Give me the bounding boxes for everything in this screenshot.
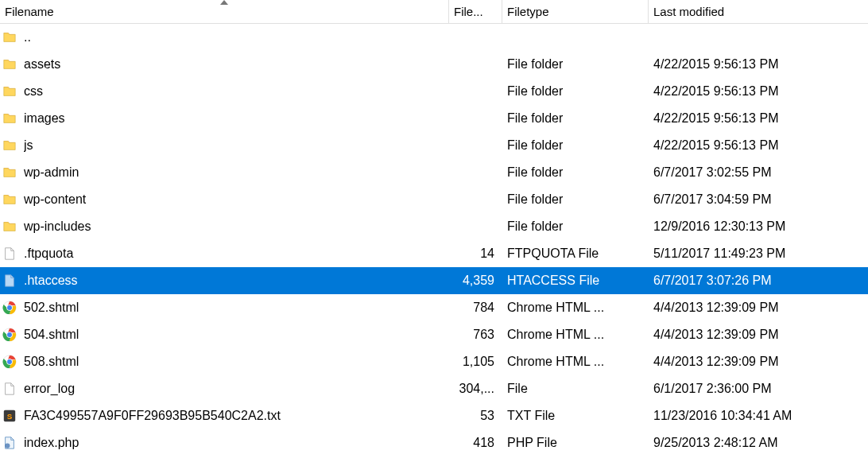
file-cell-lastmodified: 4/22/2015 9:56:13 PM: [649, 111, 868, 126]
file-row[interactable]: 508.shtml1,105Chrome HTML ...4/4/2013 12…: [0, 348, 868, 375]
file-type: File: [507, 382, 642, 396]
file-cell-lastmodified: 6/7/2017 3:04:59 PM: [649, 192, 868, 207]
file-row[interactable]: wp-includesFile folder12/9/2016 12:30:13…: [0, 213, 868, 240]
file-row[interactable]: wp-adminFile folder6/7/2017 3:02:55 PM: [0, 159, 868, 186]
file-cell-lastmodified: 4/4/2013 12:39:09 PM: [649, 328, 868, 342]
file-modified: 5/11/2017 11:49:23 PM: [653, 246, 785, 261]
file-name: 508.shtml: [24, 355, 443, 369]
file-modified: 9/25/2013 2:48:12 AM: [653, 436, 778, 450]
file-name: js: [24, 138, 443, 153]
folder-icon: [2, 138, 17, 153]
file-cell-lastmodified: 4/22/2015 9:56:13 PM: [649, 57, 868, 72]
file-cell-filetype: File folder: [502, 165, 649, 180]
chrome-icon: [2, 354, 17, 370]
file-row[interactable]: cssFile folder4/22/2015 9:56:13 PM: [0, 78, 868, 105]
file-cell-filename: wp-admin: [0, 165, 449, 180]
file-name: wp-includes: [24, 219, 443, 234]
file-cell-lastmodified: 6/1/2017 2:36:00 PM: [649, 382, 868, 396]
file-cell-filename: FA3C499557A9F0FF29693B95B540C2A2.txt: [0, 408, 449, 424]
file-cell-filename: .ftpquota: [0, 246, 449, 262]
sublime-icon: [2, 408, 17, 424]
file-cell-filetype: Chrome HTML ...: [502, 301, 649, 315]
file-size: 763: [473, 328, 494, 342]
folder-icon: [2, 29, 17, 45]
file-cell-filesize: 763: [449, 328, 502, 342]
file-type: File folder: [507, 84, 642, 99]
file-cell-filesize: 784: [449, 301, 502, 315]
file-row[interactable]: wp-contentFile folder6/7/2017 3:04:59 PM: [0, 186, 868, 213]
file-cell-filename: error_log: [0, 381, 449, 397]
file-row[interactable]: FA3C499557A9F0FF29693B95B540C2A2.txt53TX…: [0, 402, 868, 429]
file-row[interactable]: error_log304,...File6/1/2017 2:36:00 PM: [0, 375, 868, 402]
file-modified: 4/4/2013 12:39:09 PM: [653, 328, 778, 342]
file-type: Chrome HTML ...: [507, 301, 642, 315]
column-header-filesize[interactable]: File...: [449, 0, 502, 23]
file-type: File folder: [507, 111, 642, 126]
file-modified: 12/9/2016 12:30:13 PM: [653, 219, 785, 234]
file-type: Chrome HTML ...: [507, 328, 642, 342]
file-cell-filename: assets: [0, 56, 449, 72]
folder-icon: [2, 192, 17, 208]
folder-icon: [2, 165, 17, 180]
file-modified: 4/22/2015 9:56:13 PM: [653, 57, 778, 72]
file-size: 4,359: [463, 274, 494, 288]
file-cell-lastmodified: 9/25/2013 2:48:12 AM: [649, 436, 868, 450]
file-row[interactable]: imagesFile folder4/22/2015 9:56:13 PM: [0, 105, 868, 132]
file-size: 1,105: [463, 355, 494, 369]
file-cell-filesize: 53: [449, 409, 502, 423]
column-header-label: Last modified: [653, 5, 724, 18]
file-row[interactable]: 504.shtml763Chrome HTML ...4/4/2013 12:3…: [0, 321, 868, 348]
file-name: FA3C499557A9F0FF29693B95B540C2A2.txt: [24, 409, 443, 423]
file-cell-lastmodified: 6/7/2017 3:02:55 PM: [649, 165, 868, 180]
file-cell-filetype: File folder: [502, 84, 649, 99]
file-size: 418: [473, 436, 494, 450]
file-cell-filesize: 304,...: [449, 382, 502, 396]
file-row[interactable]: .htaccess4,359HTACCESS File6/7/2017 3:07…: [0, 267, 868, 294]
file-name: 502.shtml: [24, 301, 443, 315]
file-modified: 4/22/2015 9:56:13 PM: [653, 138, 778, 153]
file-type: FTPQUOTA File: [507, 246, 642, 261]
column-header-filename[interactable]: Filename: [0, 0, 449, 23]
file-cell-filename: 504.shtml: [0, 327, 449, 343]
file-name: error_log: [24, 382, 443, 396]
file-row[interactable]: assetsFile folder4/22/2015 9:56:13 PM: [0, 51, 868, 78]
file-modified: 6/1/2017 2:36:00 PM: [653, 382, 772, 396]
file-size: 784: [473, 301, 494, 315]
file-row[interactable]: jsFile folder4/22/2015 9:56:13 PM: [0, 132, 868, 159]
file-cell-filename: wp-includes: [0, 219, 449, 235]
file-cell-filename: ..: [0, 29, 449, 45]
file-cell-filename: js: [0, 138, 449, 153]
file-cell-filename: index.php: [0, 435, 449, 451]
column-header-filetype[interactable]: Filetype: [502, 0, 649, 23]
file-row[interactable]: ..: [0, 24, 868, 51]
file-row[interactable]: index.php418PHP File9/25/2013 2:48:12 AM: [0, 429, 868, 456]
file-cell-filesize: 1,105: [449, 355, 502, 369]
file-type: HTACCESS File: [507, 274, 642, 288]
file-row[interactable]: .ftpquota14FTPQUOTA File5/11/2017 11:49:…: [0, 240, 868, 267]
file-cell-filename: images: [0, 111, 449, 126]
file-cell-filetype: Chrome HTML ...: [502, 328, 649, 342]
file-cell-filename: 502.shtml: [0, 300, 449, 316]
file-name: index.php: [24, 436, 443, 450]
chrome-icon: [2, 300, 17, 316]
file-cell-lastmodified: 5/11/2017 11:49:23 PM: [649, 246, 868, 261]
file-cell-filetype: File folder: [502, 111, 649, 126]
file-icon: [2, 381, 17, 397]
file-modified: 6/7/2017 3:04:59 PM: [653, 192, 772, 207]
file-cell-filesize: 4,359: [449, 274, 502, 288]
file-cell-lastmodified: 12/9/2016 12:30:13 PM: [649, 219, 868, 234]
file-cell-filetype: FTPQUOTA File: [502, 246, 649, 261]
folder-icon: [2, 83, 17, 99]
file-cell-lastmodified: 11/23/2016 10:34:41 AM: [649, 409, 868, 423]
file-row[interactable]: 502.shtml784Chrome HTML ...4/4/2013 12:3…: [0, 294, 868, 321]
file-cell-lastmodified: 4/22/2015 9:56:13 PM: [649, 84, 868, 99]
file-cell-filetype: PHP File: [502, 436, 649, 450]
file-modified: 4/4/2013 12:39:09 PM: [653, 355, 778, 369]
file-name: .ftpquota: [24, 246, 443, 261]
file-cell-lastmodified: 4/22/2015 9:56:13 PM: [649, 138, 868, 153]
file-name: 504.shtml: [24, 328, 443, 342]
file-cell-filetype: File folder: [502, 219, 649, 234]
column-header-lastmodified[interactable]: Last modified: [649, 0, 868, 23]
file-cell-filename: 508.shtml: [0, 354, 449, 370]
file-name: wp-admin: [24, 165, 443, 180]
